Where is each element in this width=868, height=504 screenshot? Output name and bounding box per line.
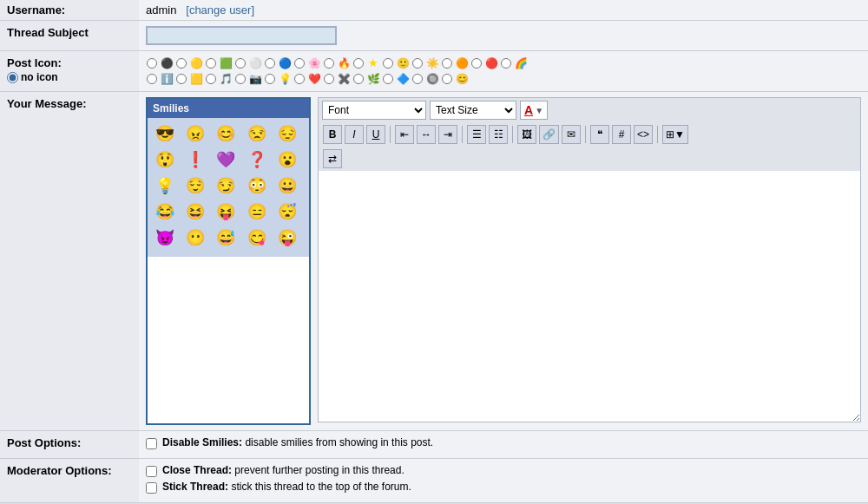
smiley-5[interactable]: 😔 [275,123,299,147]
post-icons-area: ⚫ 🟡 🟩 ⚪ 🔵 🌸 🔥 ★ 🙂 [146,56,861,86]
align-right-button[interactable]: ⇥ [438,125,457,144]
editor-toolbar-extra: ⇄ [318,147,861,171]
icon-radio-10[interactable] [412,58,423,69]
icon-smiley: 🙂 [396,56,410,70]
image-button[interactable]: 🖼 [517,125,536,144]
smiley-8[interactable]: 💜 [214,149,238,173]
icon-radio-17[interactable] [235,74,246,84]
icon-radio-24[interactable] [442,74,452,84]
icon-radio-13[interactable] [501,58,511,69]
smiley-9[interactable]: ❓ [245,149,269,173]
underline-button[interactable]: U [366,125,385,144]
smiley-23[interactable]: 😅 [214,227,238,252]
username-label: Username: [0,0,139,21]
quote-button[interactable]: ❝ [590,125,609,144]
smiley-21[interactable]: 😈 [153,227,177,252]
smiley-1[interactable]: 😎 [153,123,177,147]
icon-radio-11[interactable] [442,58,452,69]
icon-radio-7[interactable] [324,58,334,69]
hash-button[interactable]: # [612,125,631,144]
smiley-15[interactable]: 😀 [275,175,299,200]
icon-radio-2[interactable] [176,58,187,69]
color-button[interactable]: A ▼ [520,101,548,120]
icon-radio-19[interactable] [294,74,305,84]
post-icon-row: Post Icon: no icon ⚫ 🟡 🟩 ⚪ [0,51,868,92]
smiley-6[interactable]: 😲 [153,149,177,173]
icon-radio-3[interactable] [206,58,216,69]
smiley-12[interactable]: 😌 [183,175,207,200]
font-select[interactable]: Font [322,101,426,120]
close-thread-desc: prevent further posting in this thread. [234,464,404,476]
color-arrow-icon: ▼ [535,106,543,115]
smiley-7[interactable]: ❗ [183,149,207,173]
icon-radio-1[interactable] [147,58,157,69]
icon-radio-4[interactable] [235,58,246,69]
icon-radio-22[interactable] [383,74,393,84]
message-textarea[interactable] [318,171,861,422]
unordered-list-button[interactable]: ☷ [489,125,508,144]
code-button[interactable]: <> [634,125,653,144]
icon-radio-15[interactable] [176,74,187,84]
icon-camera: 📷 [248,72,262,86]
moderator-options-label: Moderator Options: [0,459,139,503]
smiley-4[interactable]: 😒 [245,123,269,147]
icon-radio-16[interactable] [206,74,216,84]
icon-blue-sq: 🔷 [396,72,410,86]
italic-button[interactable]: I [345,125,364,144]
close-thread-checkbox[interactable] [146,466,157,477]
icon-green-square: 🟩 [219,56,233,70]
link-button[interactable]: 🔗 [539,125,559,144]
username-value-cell: admin [change user] [139,0,868,21]
icon-radio-18[interactable] [265,74,275,84]
no-icon-area: no icon [7,71,132,83]
smiley-13[interactable]: 😏 [214,175,238,200]
icon-grey3: 🔘 [425,72,439,86]
icon-yellow-circle: 🟡 [189,56,203,70]
icon-pink: 🌸 [307,56,321,70]
change-user-link[interactable]: [change user] [186,3,254,16]
icon-radio-23[interactable] [412,74,423,84]
justify-button[interactable]: ⇄ [323,149,342,168]
icon-radio-14[interactable] [147,74,157,84]
editor-toolbar-main: B I U ⇤ ↔ ⇥ ☰ ☷ 🖼 🔗 ✉ [318,122,861,147]
smiley-14[interactable]: 😳 [245,175,269,200]
icon-radio-9[interactable] [383,58,393,69]
smiley-10[interactable]: 😮 [275,149,299,173]
bold-button[interactable]: B [323,125,342,144]
smiley-3[interactable]: 😊 [214,123,238,147]
smiley-18[interactable]: 😝 [214,201,238,226]
disable-smilies-option: Disable Smilies: disable smilies from sh… [146,436,861,449]
size-select[interactable]: Text Size [430,101,516,120]
icon-radio-21[interactable] [353,74,364,84]
icon-radio-8[interactable] [353,58,364,69]
email-button[interactable]: ✉ [562,125,581,144]
smiley-25[interactable]: 😜 [275,227,299,252]
smiley-2[interactable]: 😠 [183,123,207,147]
align-left-button[interactable]: ⇤ [395,125,414,144]
no-icon-radio[interactable] [7,72,18,83]
icon-radio-5[interactable] [265,58,275,69]
stick-thread-checkbox[interactable] [146,482,157,494]
thread-subject-input[interactable] [146,26,337,45]
smiley-16[interactable]: 😂 [153,201,177,226]
post-icon-label: Post Icon: [7,56,62,69]
align-center-button[interactable]: ↔ [417,125,436,144]
smiley-17[interactable]: 😆 [183,201,207,226]
smiley-19[interactable]: 😑 [245,201,269,226]
toolbar-sep-4 [585,126,586,143]
icon-grey-circle: ⚫ [160,56,174,70]
smiley-24[interactable]: 😋 [245,227,269,252]
smiley-22[interactable]: 😶 [183,227,207,252]
icon-radio-6[interactable] [294,58,305,69]
icon-radio-12[interactable] [471,58,482,69]
disable-smilies-checkbox[interactable] [146,438,157,449]
icon-red: 🔴 [484,56,498,70]
smiley-20[interactable]: 😴 [275,201,299,226]
smiley-11[interactable]: 💡 [153,175,177,200]
icon-cross: ✖️ [337,72,351,86]
icon-sun: ☀️ [425,56,439,70]
more-button[interactable]: ⊞▼ [662,125,688,144]
ordered-list-button[interactable]: ☰ [467,125,486,144]
icon-radio-20[interactable] [324,74,334,84]
moderator-options-cell: Close Thread: prevent further posting in… [139,459,868,503]
